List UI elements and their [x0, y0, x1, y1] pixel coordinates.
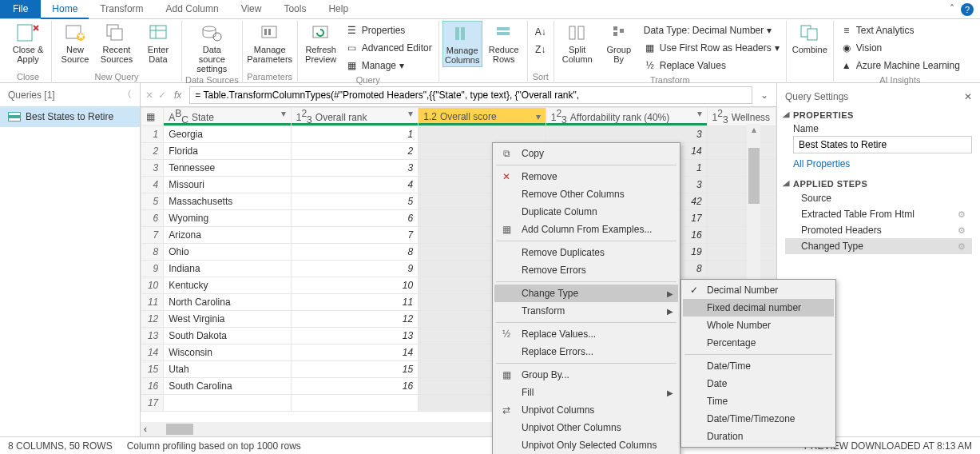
- queries-collapse-icon[interactable]: 〈: [122, 88, 132, 102]
- text-analytics-button[interactable]: ≡Text Analytics: [840, 22, 960, 38]
- cell-wellness[interactable]: [707, 126, 776, 143]
- cell-overall-rank[interactable]: 1: [291, 126, 418, 143]
- row-number[interactable]: 7: [141, 227, 164, 244]
- cell-state[interactable]: West Virginia: [164, 311, 291, 328]
- gear-icon[interactable]: ⚙: [958, 209, 966, 220]
- applied-step[interactable]: Promoted Headers⚙: [785, 222, 972, 238]
- cell-state[interactable]: Kentucky: [164, 277, 291, 294]
- gear-icon[interactable]: ⚙: [958, 225, 966, 236]
- sort-desc-button[interactable]: Z↓: [534, 42, 547, 58]
- type-time[interactable]: Time: [683, 392, 834, 410]
- tab-transform[interactable]: Transform: [89, 0, 154, 18]
- ctx-unpivot-sel[interactable]: Unpivot Only Selected Columns: [494, 436, 678, 454]
- ctx-transform[interactable]: Transform▶: [494, 302, 678, 320]
- cell-state[interactable]: South Carolina: [164, 378, 291, 395]
- row-number[interactable]: 11: [141, 294, 164, 311]
- properties-section-header[interactable]: PROPERTIES: [785, 106, 972, 121]
- type-fixed-decimal[interactable]: Fixed decimal number: [683, 299, 834, 317]
- ctx-remove-other[interactable]: Remove Other Columns: [494, 185, 678, 203]
- ribbon-collapse-icon[interactable]: ˄: [945, 0, 959, 18]
- cell-overall-rank[interactable]: 8: [291, 244, 418, 261]
- cell-overall-rank[interactable]: 14: [291, 344, 418, 361]
- row-number[interactable]: 17: [141, 395, 164, 412]
- ctx-group-by[interactable]: ▦Group By...: [494, 366, 678, 384]
- cell-wellness[interactable]: [707, 244, 776, 261]
- row-number[interactable]: 1: [141, 126, 164, 143]
- cell-state[interactable]: Indiana: [164, 261, 291, 277]
- split-column-button[interactable]: Split Column: [557, 21, 597, 75]
- row-number[interactable]: 14: [141, 344, 164, 361]
- cell-state[interactable]: Florida: [164, 143, 291, 160]
- cell-overall-rank[interactable]: 12: [291, 311, 418, 328]
- row-number[interactable]: 12: [141, 311, 164, 328]
- ctx-duplicate[interactable]: Duplicate Column: [494, 203, 678, 221]
- row-number[interactable]: 8: [141, 244, 164, 261]
- formula-input[interactable]: [189, 86, 752, 104]
- azure-ml-button[interactable]: ▲Azure Machine Learning: [840, 58, 960, 74]
- cell-overall-rank[interactable]: 13: [291, 328, 418, 344]
- fx-icon[interactable]: fx: [171, 90, 184, 101]
- row-number[interactable]: 5: [141, 193, 164, 210]
- applied-step[interactable]: Changed Type⚙: [785, 238, 972, 254]
- column-header-state[interactable]: ABCState▾: [164, 108, 291, 126]
- properties-button[interactable]: ☰Properties: [346, 22, 432, 38]
- cell-overall-rank[interactable]: 15: [291, 361, 418, 378]
- type-duration[interactable]: Duration: [683, 428, 834, 445]
- cell-wellness[interactable]: [707, 261, 776, 277]
- first-row-headers-button[interactable]: ▦Use First Row as Headers ▾: [644, 40, 780, 56]
- cell-overall-score[interactable]: [419, 126, 546, 143]
- cell-affordability[interactable]: 3: [546, 126, 707, 143]
- type-percentage[interactable]: Percentage: [683, 334, 834, 352]
- applied-steps-header[interactable]: APPLIED STEPS: [785, 174, 972, 190]
- all-properties-link[interactable]: All Properties: [785, 153, 972, 174]
- group-by-button[interactable]: Group By: [599, 21, 639, 75]
- settings-close-icon[interactable]: ✕: [964, 91, 972, 102]
- gear-icon[interactable]: ⚙: [958, 241, 966, 252]
- tab-add-column[interactable]: Add Column: [155, 0, 230, 18]
- type-dtz[interactable]: Date/Time/Timezone: [683, 410, 834, 428]
- cell-overall-rank[interactable]: 2: [291, 143, 418, 160]
- cell-overall-rank[interactable]: 11: [291, 294, 418, 311]
- manage-columns-button[interactable]: Manage Columns: [442, 21, 482, 67]
- cell-wellness[interactable]: [707, 143, 776, 160]
- cell-state[interactable]: South Dakota: [164, 328, 291, 344]
- ctx-unpivot-other[interactable]: Unpivot Other Columns: [494, 419, 678, 436]
- cell-wellness[interactable]: [707, 160, 776, 177]
- ctx-remove[interactable]: ✕Remove: [494, 168, 678, 185]
- applied-step[interactable]: Extracted Table From Html⚙: [785, 206, 972, 222]
- row-number[interactable]: 10: [141, 277, 164, 294]
- row-number[interactable]: 3: [141, 160, 164, 177]
- cell-state[interactable]: Wyoming: [164, 210, 291, 227]
- ctx-replace-errors[interactable]: Replace Errors...: [494, 343, 678, 360]
- cell-overall-rank[interactable]: 16: [291, 378, 418, 395]
- query-name-input[interactable]: [793, 136, 972, 153]
- type-datetime[interactable]: Date/Time: [683, 357, 834, 375]
- cell-state[interactable]: Ohio: [164, 244, 291, 261]
- cell-overall-rank[interactable]: 9: [291, 261, 418, 277]
- type-decimal[interactable]: ✓Decimal Number: [683, 281, 834, 299]
- cell-state[interactable]: Georgia: [164, 126, 291, 143]
- row-number[interactable]: 15: [141, 361, 164, 378]
- column-header-wellness[interactable]: 123Wellness: [707, 108, 776, 126]
- cell-wellness[interactable]: [707, 227, 776, 244]
- cell-state[interactable]: Tennessee: [164, 160, 291, 177]
- recent-sources-button[interactable]: Recent Sources: [97, 21, 137, 66]
- cell-overall-rank[interactable]: 10: [291, 277, 418, 294]
- row-index-header[interactable]: ▦: [141, 108, 164, 126]
- row-number[interactable]: 4: [141, 177, 164, 193]
- tab-tools[interactable]: Tools: [272, 0, 317, 18]
- cell-state[interactable]: Utah: [164, 361, 291, 378]
- ctx-copy[interactable]: ⧉Copy: [494, 145, 678, 162]
- ctx-replace-values[interactable]: ½Replace Values...: [494, 325, 678, 343]
- type-date[interactable]: Date: [683, 375, 834, 392]
- vision-button[interactable]: ◉Vision: [840, 40, 960, 56]
- row-number[interactable]: 9: [141, 261, 164, 277]
- cell-state[interactable]: Wisconsin: [164, 344, 291, 361]
- cell-overall-rank[interactable]: [291, 395, 418, 412]
- applied-step[interactable]: Source: [785, 190, 972, 206]
- manage-button[interactable]: ▦Manage ▾: [346, 58, 432, 74]
- ctx-add-examples[interactable]: ▦Add Column From Examples...: [494, 221, 678, 238]
- tab-home[interactable]: Home: [41, 0, 89, 19]
- cell-state[interactable]: [164, 395, 291, 412]
- formula-commit-icon[interactable]: ✓: [158, 90, 166, 101]
